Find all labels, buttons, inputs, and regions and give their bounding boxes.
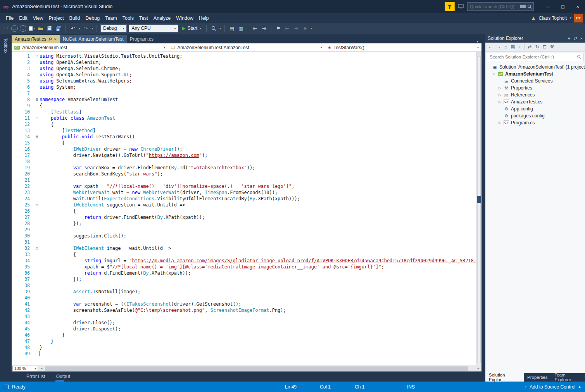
code-line-37[interactable]: 37 });: [12, 276, 476, 282]
outdent-icon[interactable]: ⇤: [252, 24, 259, 32]
code-line-24[interactable]: 24 wait.Until(ExpectedConditions.Visibil…: [12, 196, 476, 202]
undo-icon[interactable]: ↶: [69, 24, 76, 32]
navigate-back-icon[interactable]: ←: [11, 25, 18, 32]
code-line-21[interactable]: 21: [12, 177, 476, 183]
code-line-8[interactable]: 8⊟namespace AmazonSeleniumTest: [12, 96, 476, 103]
code-line-10[interactable]: 10 [TestClass]: [12, 109, 476, 115]
code-line-29[interactable]: 29: [12, 227, 476, 233]
code-line-2[interactable]: 2using OpenQA.Selenium;: [12, 59, 476, 65]
project-dropdown[interactable]: C# AmazonSeleniumTest ▾: [12, 43, 168, 52]
code-line-46[interactable]: 46 }: [12, 332, 476, 338]
code-line-23[interactable]: 23 WebDriverWait wait = new WebDriverWai…: [12, 189, 476, 196]
maximize-button[interactable]: □: [556, 0, 570, 13]
uncomment-icon[interactable]: ▥: [237, 24, 244, 32]
code-line-25[interactable]: 25⊟ IWebElement suggestion = wait.Until(…: [12, 202, 476, 208]
tree-item[interactable]: ☁Connected Services: [485, 77, 585, 84]
code-line-40[interactable]: 40: [12, 295, 476, 301]
minimize-button[interactable]: ─: [541, 0, 556, 13]
scroll-left-icon[interactable]: ◂: [39, 366, 44, 370]
redo-dropdown-icon[interactable]: ▾: [91, 27, 93, 30]
save-all-icon[interactable]: [55, 24, 62, 32]
add-to-source-control-button[interactable]: ↑ Add to Source Control ▲: [525, 384, 581, 390]
menu-view[interactable]: View: [30, 14, 46, 22]
fold-collapse-icon[interactable]: ⊟: [34, 134, 40, 140]
redo-icon[interactable]: ↷: [82, 24, 89, 32]
code-line-38[interactable]: 38: [12, 282, 476, 289]
fold-collapse-icon[interactable]: ⊟: [34, 115, 40, 121]
code-line-47[interactable]: 47 }: [12, 338, 476, 344]
menu-help[interactable]: Help: [196, 14, 212, 22]
indent-icon[interactable]: ⇥: [261, 24, 267, 32]
code-line-33[interactable]: 33 {: [12, 251, 476, 258]
chevron-collapsed-icon[interactable]: ▷: [498, 93, 502, 97]
chevron-collapsed-icon[interactable]: ▷: [498, 100, 502, 104]
code-line-20[interactable]: 20 searchBox.SendKeys("star wars");: [12, 171, 476, 177]
close-button[interactable]: ×: [570, 0, 585, 13]
menu-team[interactable]: Team: [102, 14, 120, 22]
pin-icon[interactable]: ⚲: [572, 35, 578, 41]
platform-dropdown[interactable]: Any CPU ▾: [129, 24, 178, 33]
quick-launch-input[interactable]: [469, 4, 519, 9]
properties-icon[interactable]: ⚒: [550, 44, 554, 50]
menu-project[interactable]: Project: [46, 14, 67, 22]
close-tab-icon[interactable]: ×: [54, 37, 56, 41]
start-debug-button[interactable]: ▶ Start ▾: [180, 26, 203, 31]
window-position-icon[interactable]: ▾: [568, 36, 570, 41]
chevron-down-icon[interactable]: ▾: [219, 27, 221, 30]
code-line-28[interactable]: 28 });: [12, 220, 476, 227]
tab-output[interactable]: Output: [55, 372, 71, 381]
type-dropdown[interactable]: ❏ AmazonSeleniumTest.AmazonTest ▾: [168, 43, 325, 52]
code-line-45[interactable]: 45 driver.Dispose();: [12, 326, 476, 332]
scroll-right-icon[interactable]: ▸: [476, 366, 481, 370]
tree-item[interactable]: ⚙App.config: [485, 105, 585, 112]
tree-item[interactable]: ▣Solution 'AmazonSeleniumTest' (1 projec…: [485, 64, 585, 70]
code-line-49[interactable]: 49: [12, 351, 476, 357]
code-line-48[interactable]: 48}: [12, 344, 476, 351]
code-line-9[interactable]: 9{: [12, 103, 476, 109]
search-icon[interactable]: [577, 55, 582, 59]
horizontal-scrollbar-thumb[interactable]: [45, 366, 468, 371]
scrollbar-thumb[interactable]: [477, 56, 481, 363]
solution-explorer-header[interactable]: Solution Explorer ▾ ⚲ ×: [485, 34, 585, 43]
user-name[interactable]: Claus Topholt: [538, 15, 567, 21]
zoom-dropdown[interactable]: 100 % ▾: [12, 366, 38, 371]
menu-tools[interactable]: Tools: [120, 14, 136, 22]
chevron-expanded-icon[interactable]: ▾: [492, 72, 496, 76]
code-line-5[interactable]: 5using SeleniumExtras.WaitHelpers;: [12, 78, 476, 84]
code-line-17[interactable]: 17 driver.Navigate().GoToUrl("https://am…: [12, 152, 476, 158]
navigate-forward-icon[interactable]: →: [20, 25, 26, 32]
tab-list-dropdown-icon[interactable]: ▾: [473, 40, 481, 43]
code-editor[interactable]: 1⊟using Microsoft.VisualStudio.TestTools…: [12, 52, 481, 365]
warning-icon[interactable]: ▲: [531, 15, 536, 21]
menu-debug[interactable]: Debug: [83, 14, 102, 22]
code-line-41[interactable]: 41 var screenshot = ((ITakesScreenshot)d…: [12, 301, 476, 307]
tab-error-list[interactable]: Error List: [26, 372, 46, 381]
pin-icon[interactable]: ⚲: [47, 36, 53, 42]
comment-icon[interactable]: ▤: [228, 24, 235, 32]
bookmark-icon[interactable]: ⚑: [275, 24, 282, 32]
code-line-13[interactable]: 13 [TestMethod]: [12, 127, 476, 134]
code-line-31[interactable]: 31: [12, 239, 476, 245]
tree-item[interactable]: ▷C#Program.cs: [485, 119, 585, 126]
avatar[interactable]: CT: [574, 14, 583, 22]
code-line-43[interactable]: 43: [12, 313, 476, 320]
back-icon[interactable]: ←: [488, 44, 493, 50]
code-line-11[interactable]: 11⊟ public class AmazonTest: [12, 115, 476, 121]
tree-item[interactable]: ⚙packages.config: [485, 112, 585, 119]
code-line-42[interactable]: 42 screenshot.SaveAsFile(@"C:\temp\scree…: [12, 307, 476, 313]
undo-dropdown-icon[interactable]: ▾: [79, 27, 80, 30]
toolbox-tab[interactable]: Toolbox: [0, 34, 12, 382]
code-line-16[interactable]: 16 IWebDriver driver = new ChromeDriver(…: [12, 146, 476, 152]
chevron-down-icon[interactable]: ▾: [311, 27, 312, 30]
fold-collapse-icon[interactable]: ⊟: [34, 53, 40, 59]
code-line-7[interactable]: 7: [12, 90, 476, 96]
fold-collapse-icon[interactable]: ⊟: [34, 245, 40, 251]
forward-icon[interactable]: →: [496, 44, 501, 50]
chevron-collapsed-icon[interactable]: ▷: [498, 121, 502, 125]
tab-solution-explorer[interactable]: Solution Explor...: [485, 373, 524, 382]
tree-item[interactable]: ▷⚒Properties: [485, 84, 585, 91]
navigate-to-icon[interactable]: [210, 24, 217, 32]
tab-program-cs[interactable]: Program.cs: [127, 35, 157, 43]
feedback-icon[interactable]: [458, 4, 464, 9]
search-icon[interactable]: [527, 4, 532, 9]
